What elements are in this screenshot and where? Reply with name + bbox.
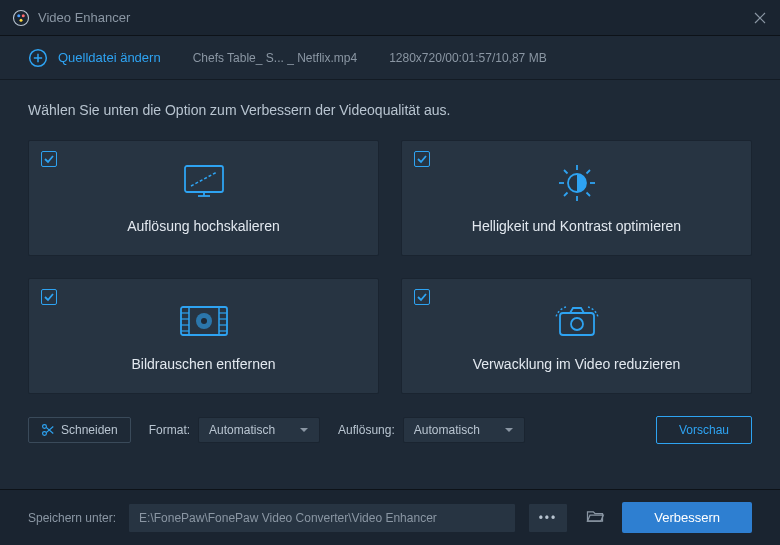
enhance-button[interactable]: Verbessern xyxy=(622,502,752,533)
svg-point-1 xyxy=(17,14,20,17)
close-button[interactable] xyxy=(752,10,768,26)
change-source-button[interactable]: Quelldatei ändern xyxy=(28,48,161,68)
cut-label: Schneiden xyxy=(61,423,118,437)
option-noise-label: Bildrauschen entfernen xyxy=(132,356,276,372)
enhance-label: Verbessern xyxy=(654,510,720,525)
browse-button[interactable]: ••• xyxy=(528,503,569,533)
options-grid: Auflösung hochskalieren Helligkeit und K… xyxy=(28,140,752,394)
format-value: Automatisch xyxy=(209,423,275,437)
option-brightness-label: Helligkeit und Kontrast optimieren xyxy=(472,218,681,234)
checkbox-noise[interactable] xyxy=(41,289,57,305)
sun-contrast-icon xyxy=(555,162,599,204)
format-select[interactable]: Automatisch xyxy=(198,417,320,443)
svg-rect-31 xyxy=(560,313,594,335)
option-upscale[interactable]: Auflösung hochskalieren xyxy=(28,140,379,256)
svg-rect-5 xyxy=(185,166,223,192)
checkbox-shake[interactable] xyxy=(414,289,430,305)
resolution-label: Auflösung: xyxy=(338,423,395,437)
checkbox-upscale[interactable] xyxy=(41,151,57,167)
svg-line-15 xyxy=(586,193,590,197)
filename: Chefs Table_ S... _ Netflix.mp4 xyxy=(193,51,358,65)
camera-shake-icon xyxy=(552,300,602,342)
svg-line-6 xyxy=(191,172,217,186)
svg-point-0 xyxy=(14,10,29,25)
svg-line-16 xyxy=(564,193,568,197)
monitor-upscale-icon xyxy=(181,162,227,204)
scissors-icon xyxy=(41,423,55,437)
svg-point-3 xyxy=(20,18,23,21)
preview-label: Vorschau xyxy=(679,423,729,437)
svg-line-35 xyxy=(46,427,53,433)
svg-line-36 xyxy=(46,427,53,433)
chevron-down-icon xyxy=(299,425,309,435)
svg-point-30 xyxy=(201,318,207,324)
open-folder-button[interactable] xyxy=(580,501,610,535)
svg-point-34 xyxy=(43,432,47,436)
app-title: Video Enhancer xyxy=(38,10,752,25)
option-noise[interactable]: Bildrauschen entfernen xyxy=(28,278,379,394)
svg-point-2 xyxy=(22,14,25,17)
svg-point-32 xyxy=(571,318,583,330)
save-label: Speichern unter: xyxy=(28,511,116,525)
plus-circle-icon xyxy=(28,48,48,68)
svg-point-33 xyxy=(43,425,47,429)
instruction-text: Wählen Sie unten die Option zum Verbesse… xyxy=(28,102,752,118)
resolution-select[interactable]: Automatisch xyxy=(403,417,525,443)
svg-line-14 xyxy=(564,170,568,174)
format-label: Format: xyxy=(149,423,190,437)
save-path-input[interactable]: E:\FonePaw\FonePaw Video Converter\Video… xyxy=(128,503,516,533)
cut-button[interactable]: Schneiden xyxy=(28,417,131,443)
preview-button[interactable]: Vorschau xyxy=(656,416,752,444)
save-path-value: E:\FonePaw\FonePaw Video Converter\Video… xyxy=(139,511,437,525)
bottombar: Speichern unter: E:\FonePaw\FonePaw Vide… xyxy=(0,489,780,545)
controls-row: Schneiden Format: Automatisch Auflösung:… xyxy=(0,394,780,466)
checkbox-brightness[interactable] xyxy=(414,151,430,167)
titlebar: Video Enhancer xyxy=(0,0,780,36)
option-brightness[interactable]: Helligkeit und Kontrast optimieren xyxy=(401,140,752,256)
app-icon xyxy=(12,9,30,27)
chevron-down-icon xyxy=(504,425,514,435)
option-shake-label: Verwacklung im Video reduzieren xyxy=(473,356,681,372)
file-info: 1280x720/00:01:57/10,87 MB xyxy=(389,51,546,65)
svg-line-17 xyxy=(586,170,590,174)
change-source-label: Quelldatei ändern xyxy=(58,50,161,65)
option-shake[interactable]: Verwacklung im Video reduzieren xyxy=(401,278,752,394)
folder-open-icon xyxy=(585,506,605,526)
filebar: Quelldatei ändern Chefs Table_ S... _ Ne… xyxy=(0,36,780,80)
option-upscale-label: Auflösung hochskalieren xyxy=(127,218,280,234)
film-noise-icon xyxy=(177,300,231,342)
resolution-value: Automatisch xyxy=(414,423,480,437)
